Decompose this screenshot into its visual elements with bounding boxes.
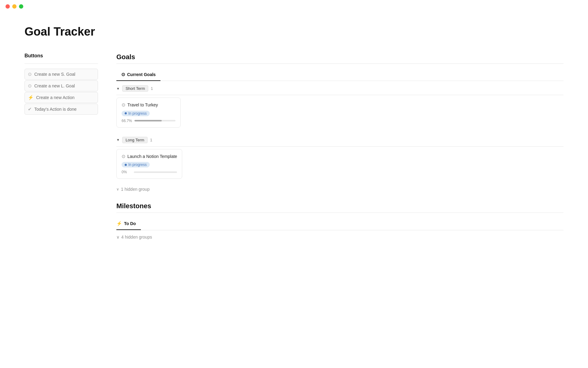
long-term-count: 1 [150,138,152,142]
two-col-layout: Buttons ⊙ Create a new S. Goal ⊙ Create … [24,53,564,244]
right-column: Goals ⊙ Current Goals ▼ Short Term 1 [116,53,564,244]
goal-turkey-status-dot [125,112,127,114]
goal-notion-icon: ⊙ [122,154,126,159]
tab-current-goals[interactable]: ⊙ Current Goals [116,69,160,81]
goal-card-notion: ⊙ Launch a Notion Template In progress 0… [116,149,182,179]
buttons-section: Buttons ⊙ Create a new S. Goal ⊙ Create … [24,53,98,115]
short-term-tag: Short Term [122,85,148,92]
create-s-goal-icon: ⊙ [28,71,32,77]
close-dot[interactable] [6,4,10,9]
milestone-tabs-wrapper: ⚡ To Do [116,218,564,230]
button-list: ⊙ Create a new S. Goal ⊙ Create a new L.… [24,69,98,115]
goal-notion-status-dot [125,164,127,166]
hidden-groups-milestone-row[interactable]: ∨ 4 hidden groups [116,230,564,244]
goal-notion-status: In progress [122,162,150,167]
to-do-icon: ⚡ [116,221,122,226]
goal-card-turkey: ⊙ Travel to Turkey In progress 66.7% [116,98,181,128]
goal-turkey-progress-row: 66.7% [122,119,175,123]
goal-turkey-status: In progress [122,111,150,116]
hidden-group-label: 1 hidden group [121,187,149,192]
create-l-goal-label: Create a new L. Goal [34,83,75,88]
milestones-section: Milestones ⚡ To Do ∨ 4 hidden groups [116,202,564,244]
goal-card-turkey-title: ⊙ Travel to Turkey [122,102,175,108]
goal-notion-progress-row: 0% [122,170,177,174]
buttons-heading: Buttons [24,53,98,59]
goal-card-notion-title: ⊙ Launch a Notion Template [122,154,177,159]
goal-turkey-label: Travel to Turkey [127,102,158,107]
hidden-groups-milestone-label: 4 hidden groups [121,235,152,240]
page-title: Goal Tracker [24,25,564,38]
long-term-divider [116,146,564,147]
create-s-goal-label: Create a new S. Goal [34,72,75,77]
goal-turkey-progress-bar-fill [134,120,162,121]
short-term-count: 1 [151,86,153,91]
long-term-arrow[interactable]: ▼ [116,138,120,142]
short-term-divider [116,95,564,95]
milestones-heading: Milestones [116,202,564,210]
action-done-label: Today's Action is done [34,107,77,112]
goal-turkey-status-label: In progress [128,111,147,116]
goals-heading: Goals [116,53,564,61]
goal-notion-label: Launch a Notion Template [127,154,177,159]
titlebar [0,0,588,13]
create-s-goal-button[interactable]: ⊙ Create a new S. Goal [24,69,98,80]
goal-notion-progress-pct: 0% [122,170,131,174]
create-action-icon: ⚡ [28,95,34,100]
minimize-dot[interactable] [12,4,17,9]
goals-divider [116,63,564,64]
buttons-divider [24,63,98,64]
short-term-group-header: ▼ Short Term 1 [116,81,564,95]
goal-notion-status-label: In progress [128,163,147,167]
current-goals-label: Current Goals [127,72,156,77]
goal-turkey-icon: ⊙ [122,102,126,108]
main-content: Goal Tracker Buttons ⊙ Create a new S. G… [0,13,588,256]
long-term-tag: Long Term [122,137,148,143]
tab-to-do[interactable]: ⚡ To Do [116,218,141,230]
milestones-divider [116,213,564,213]
hidden-group-arrow-icon: ∨ [116,187,119,191]
goals-section: Goals ⊙ Current Goals ▼ Short Term 1 [116,53,564,199]
create-l-goal-button[interactable]: ⊙ Create a new L. Goal [24,80,98,91]
action-done-icon: ✔ [28,106,32,112]
short-term-arrow[interactable]: ▼ [116,87,120,90]
long-term-group-header: ▼ Long Term 1 [116,132,564,146]
goal-turkey-progress-bar-bg [134,120,175,121]
maximize-dot[interactable] [19,4,23,9]
hidden-groups-milestone-arrow: ∨ [116,235,119,240]
current-goals-icon: ⊙ [121,72,125,77]
create-action-label: Create a new Action [36,95,74,100]
create-l-goal-icon: ⊙ [28,83,32,89]
goal-notion-progress-bar-bg [134,171,177,173]
hidden-group-row[interactable]: ∨ 1 hidden group [116,184,564,199]
goal-turkey-progress-pct: 66.7% [122,119,132,123]
create-action-button[interactable]: ⚡ Create a new Action [24,92,98,103]
goals-tabs: ⊙ Current Goals [116,69,564,81]
action-done-button[interactable]: ✔ Today's Action is done [24,104,98,115]
to-do-label: To Do [124,221,136,226]
